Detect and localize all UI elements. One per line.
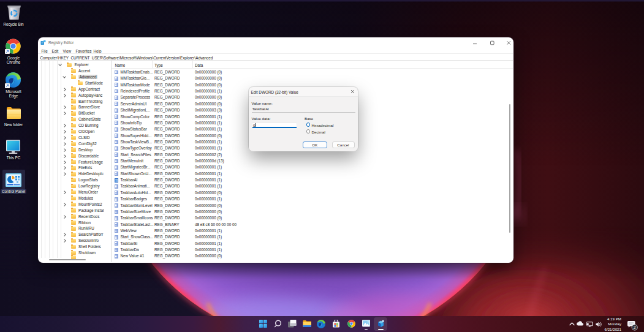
svg-text:2: 2 [634, 325, 636, 330]
